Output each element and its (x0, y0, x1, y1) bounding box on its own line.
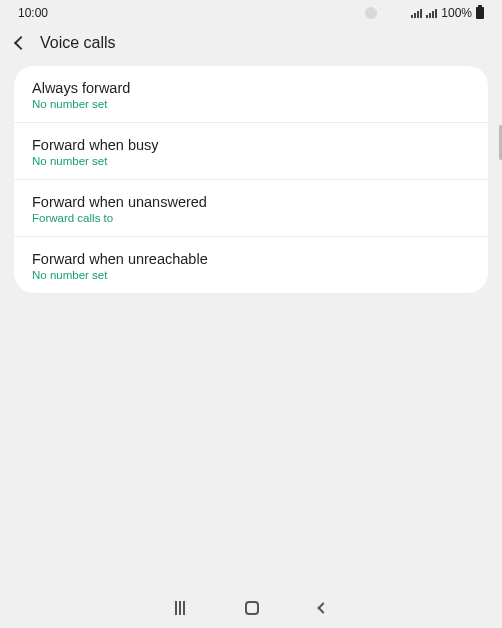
item-title: Forward when unreachable (32, 251, 470, 267)
item-title: Forward when busy (32, 137, 470, 153)
header: Voice calls (0, 24, 502, 66)
recents-button[interactable] (175, 601, 185, 615)
home-button[interactable] (245, 601, 259, 615)
item-title: Forward when unanswered (32, 194, 470, 210)
item-subtitle: No number set (32, 98, 470, 110)
list-item-forward-busy[interactable]: Forward when busy No number set (14, 123, 488, 180)
navigation-bar (0, 588, 502, 628)
signal-sim2-icon (426, 8, 437, 18)
settings-card: Always forward No number set Forward whe… (14, 66, 488, 293)
signal-sim1-icon (411, 8, 422, 18)
recents-icon (175, 601, 177, 615)
chevron-left-icon (317, 602, 328, 613)
status-time: 10:00 (18, 6, 48, 20)
list-item-forward-unreachable[interactable]: Forward when unreachable No number set (14, 237, 488, 293)
item-subtitle: Forward calls to (32, 212, 470, 224)
page-title: Voice calls (40, 34, 116, 52)
status-right: 100% (365, 6, 484, 20)
battery-percent: 100% (441, 6, 472, 20)
item-title: Always forward (32, 80, 470, 96)
item-subtitle: No number set (32, 155, 470, 167)
battery-icon (476, 7, 484, 19)
item-subtitle: No number set (32, 269, 470, 281)
back-nav-button[interactable] (319, 604, 327, 612)
back-button[interactable] (16, 38, 26, 48)
list-item-forward-unanswered[interactable]: Forward when unanswered Forward calls to (14, 180, 488, 237)
list-item-always-forward[interactable]: Always forward No number set (14, 66, 488, 123)
chevron-left-icon (14, 36, 28, 50)
status-bar: 10:00 100% (0, 0, 502, 24)
camera-cutout-icon (365, 7, 377, 19)
